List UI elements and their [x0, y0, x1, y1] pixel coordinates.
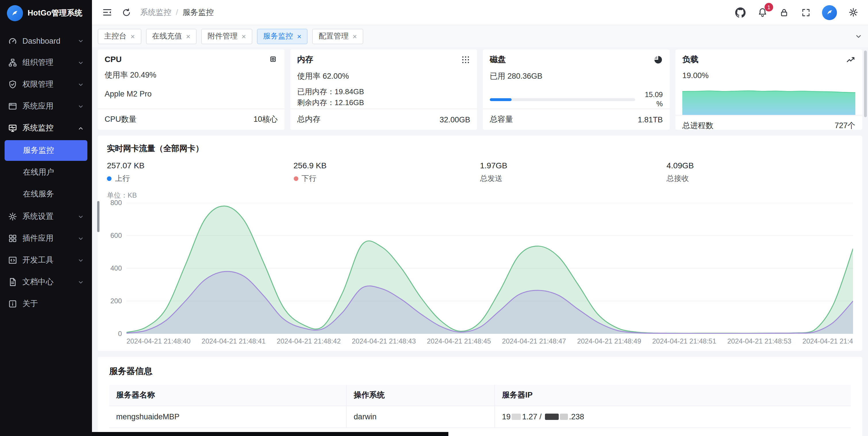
memory-card-title: 内存: [297, 55, 313, 65]
page-content: CPU 使用率 20.49% Apple M2 Pro CPU数量 10核心 内…: [92, 47, 868, 436]
user-avatar[interactable]: [822, 5, 837, 20]
main-area: 系统监控 / 服务监控 1 主控台 ×: [92, 0, 868, 436]
info-icon: [8, 299, 17, 308]
top-bar: 系统监控 / 服务监控 1: [92, 0, 868, 25]
memory-grid-icon: [461, 55, 470, 64]
tab-close-icon[interactable]: ×: [297, 32, 302, 40]
cpu-footer-label: CPU数量: [104, 114, 136, 125]
sidebar-item-dev-tools[interactable]: 开发工具: [0, 249, 92, 271]
tab-config[interactable]: 配置管理 ×: [312, 28, 363, 44]
os-cell: darwin: [347, 406, 495, 428]
sidebar-item-system-monitor[interactable]: 系统监控: [0, 117, 92, 139]
stat-value: 4.09GB: [666, 161, 853, 170]
sidebar-item-system-settings[interactable]: 系统设置: [0, 206, 92, 228]
tab-options-chevron-icon[interactable]: [855, 32, 862, 40]
stat-cards-row: CPU 使用率 20.49% Apple M2 Pro CPU数量 10核心 内…: [98, 49, 862, 130]
sidebar-collapse-icon[interactable]: [101, 7, 113, 18]
sidebar-item-label: 插件应用: [23, 233, 54, 243]
breadcrumb-item[interactable]: 系统监控: [140, 7, 171, 18]
lock-screen-icon[interactable]: [778, 7, 790, 18]
sidebar-subitem-online-users[interactable]: 在线用户: [5, 162, 87, 183]
tab-label: 配置管理: [319, 31, 349, 41]
sidebar-subitem-label: 在线用户: [23, 167, 54, 177]
sidebar-item-permission[interactable]: 权限管理: [0, 73, 92, 95]
tab-console[interactable]: 主控台 ×: [98, 28, 141, 44]
sidebar-item-label: 文档中心: [23, 277, 54, 287]
disk-used: 已用 280.36GB: [490, 71, 663, 81]
traffic-chart: 单位：KB 800 600 400 200 0: [98, 184, 862, 345]
sidebar-item-plugins[interactable]: 插件应用: [0, 228, 92, 249]
y-axis: 800 600 400 200 0: [107, 199, 126, 338]
memory-usage: 使用率 62.00%: [297, 71, 470, 81]
memory-used: 已用内存：19.84GB: [297, 87, 470, 98]
redacted-block: [560, 413, 568, 420]
breadcrumb-item[interactable]: 服务监控: [183, 7, 214, 18]
refresh-icon[interactable]: [121, 7, 132, 18]
traffic-card: 实时网卡流量（全部网卡） 257.07 KB 上行 256.9 KB 下行 1.…: [98, 136, 862, 351]
load-value: 19.00%: [682, 71, 855, 80]
tab-service-monitor[interactable]: 服务监控 ×: [257, 28, 308, 44]
cpu-usage: 使用率 20.49%: [104, 70, 278, 80]
document-icon: [8, 277, 17, 287]
dashboard-icon: [8, 36, 17, 45]
sidebar-subitem-label: 在线服务: [23, 189, 54, 199]
redacted-block: [545, 413, 559, 420]
sidebar-item-dashboard[interactable]: Dashboard: [0, 30, 92, 52]
tab-label: 服务监控: [263, 31, 293, 41]
sidebar-scrollbar-thumb[interactable]: [97, 201, 99, 232]
notifications-bell-icon[interactable]: 1: [756, 7, 768, 18]
y-tick-label: 400: [111, 264, 122, 272]
github-icon[interactable]: [735, 7, 746, 18]
load-footer-value: 727个: [835, 121, 855, 131]
sidebar-item-about[interactable]: 关于: [0, 293, 92, 315]
tab-attachments[interactable]: 附件管理 ×: [201, 28, 252, 44]
hotgo-logo-icon: [7, 5, 23, 21]
tab-label: 在线充值: [152, 31, 182, 41]
disk-progress-bar: [490, 98, 635, 101]
traffic-stat-downstream: 256.9 KB 下行: [293, 161, 480, 184]
stat-label: 总接收: [666, 173, 689, 184]
app-window-icon: [8, 102, 17, 111]
traffic-stat-total-received: 4.09GB 总接收: [666, 161, 853, 184]
sidebar-menu: Dashboard 组织管理 权限管理 系统应用 系统监控: [0, 26, 92, 436]
sidebar-subitem-service-monitor[interactable]: 服务监控: [5, 140, 87, 161]
organization-icon: [8, 58, 17, 67]
sidebar-item-organization[interactable]: 组织管理: [0, 52, 92, 73]
tab-close-icon[interactable]: ×: [186, 32, 190, 40]
traffic-card-title: 实时网卡流量（全部网卡）: [98, 142, 862, 154]
column-header-os: 操作系统: [347, 385, 495, 406]
disk-card-title: 磁盘: [490, 55, 506, 65]
sidebar-item-docs[interactable]: 文档中心: [0, 271, 92, 293]
load-card-title: 负载: [682, 55, 699, 65]
settings-gear-icon[interactable]: [847, 7, 859, 18]
shield-icon: [8, 80, 17, 89]
cpu-model: Apple M2 Pro: [104, 90, 278, 98]
tab-label: 附件管理: [208, 31, 238, 41]
chevron-down-icon: [78, 81, 84, 88]
column-header-server-ip: 服务器IP: [495, 385, 851, 406]
stat-label: 总发送: [480, 173, 502, 184]
sidebar-item-system-apps[interactable]: 系统应用: [0, 95, 92, 117]
logo[interactable]: HotGo管理系统: [0, 0, 92, 26]
traffic-stat-total-sent: 1.97GB 总发送: [480, 161, 666, 184]
tab-bar: 主控台 × 在线充值 × 附件管理 × 服务监控 × 配置管理 ×: [92, 25, 868, 47]
tab-close-icon[interactable]: ×: [130, 32, 135, 40]
disk-footer-value: 1.81TB: [638, 115, 663, 124]
notification-badge: 1: [765, 3, 773, 11]
tab-close-icon[interactable]: ×: [242, 32, 246, 40]
sidebar-subitem-online-services[interactable]: 在线服务: [5, 184, 87, 204]
hotgo-admin-window: HotGo管理系统 Dashboard 组织管理 权限管理 系统应用: [0, 0, 868, 436]
tab-close-icon[interactable]: ×: [353, 32, 357, 40]
stat-label: 上行: [115, 173, 130, 184]
chevron-down-icon: [78, 279, 84, 285]
chevron-down-icon: [78, 257, 84, 263]
traffic-stat-upstream: 257.07 KB 上行: [107, 161, 293, 184]
redacted-block: [512, 413, 521, 420]
fullscreen-icon[interactable]: [800, 7, 812, 18]
x-tick-label: 2024-04-21 21:4: [803, 337, 853, 345]
load-sparkline-chart: [682, 84, 855, 115]
memory-footer-label: 总内存: [297, 114, 320, 125]
tab-online-recharge[interactable]: 在线充值 ×: [146, 28, 196, 44]
vertical-scrollbar-thumb[interactable]: [864, 51, 867, 117]
stat-value: 1.97GB: [480, 161, 666, 170]
